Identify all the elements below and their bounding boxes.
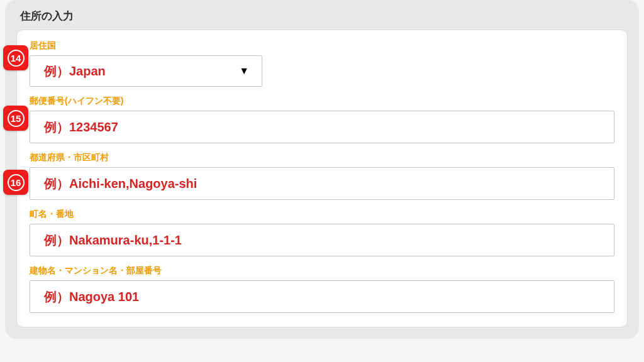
field-street: 町名・番地 例）Nakamura-ku,1-1-1 xyxy=(30,209,614,256)
street-input[interactable]: 例）Nakamura-ku,1-1-1 xyxy=(30,224,614,256)
step-marker-15: 15 xyxy=(3,106,28,131)
field-prefecture-city: 都道府県・市区町村 例）Aichi-ken,Nagoya-shi xyxy=(30,152,614,200)
label-postal: 郵便番号(ハイフン不要) xyxy=(30,96,614,107)
step-marker-15-number: 15 xyxy=(8,110,25,127)
building-input[interactable]: 例）Nagoya 101 xyxy=(30,280,614,313)
step-marker-14-number: 14 xyxy=(8,50,25,67)
address-form-panel: 14 15 16 居住国 例）Japan ▼ 郵便番号(ハイフン不要) 例）12… xyxy=(16,30,628,327)
building-input-value: 例）Nagoya 101 xyxy=(44,290,139,304)
label-country: 居住国 xyxy=(30,40,614,52)
postal-input-value: 例）1234567 xyxy=(44,120,118,134)
prefecture-city-input-value: 例）Aichi-ken,Nagoya-shi xyxy=(44,177,197,190)
country-select[interactable]: 例）Japan ▼ xyxy=(30,55,262,87)
prefecture-city-input[interactable]: 例）Aichi-ken,Nagoya-shi xyxy=(30,167,614,200)
field-building: 建物名・マンション名・部屋番号 例）Nagoya 101 xyxy=(30,265,614,313)
step-marker-16: 16 xyxy=(3,170,28,195)
field-country: 居住国 例）Japan ▼ xyxy=(30,40,614,87)
street-input-value: 例）Nakamura-ku,1-1-1 xyxy=(44,233,182,247)
postal-input[interactable]: 例）1234567 xyxy=(30,111,614,143)
step-marker-14: 14 xyxy=(3,45,28,70)
address-section-panel: 住所の入力 14 15 16 居住国 例）Japan ▼ 郵便番号(ハイフン不要… xyxy=(5,0,639,339)
section-title: 住所の入力 xyxy=(20,9,628,23)
label-prefecture-city: 都道府県・市区町村 xyxy=(30,152,614,163)
label-building: 建物名・マンション名・部屋番号 xyxy=(30,265,614,277)
field-postal: 郵便番号(ハイフン不要) 例）1234567 xyxy=(30,96,614,143)
step-marker-16-number: 16 xyxy=(8,174,25,191)
country-select-value: 例）Japan xyxy=(44,63,106,79)
label-street: 町名・番地 xyxy=(30,209,614,220)
chevron-down-icon: ▼ xyxy=(239,65,249,78)
